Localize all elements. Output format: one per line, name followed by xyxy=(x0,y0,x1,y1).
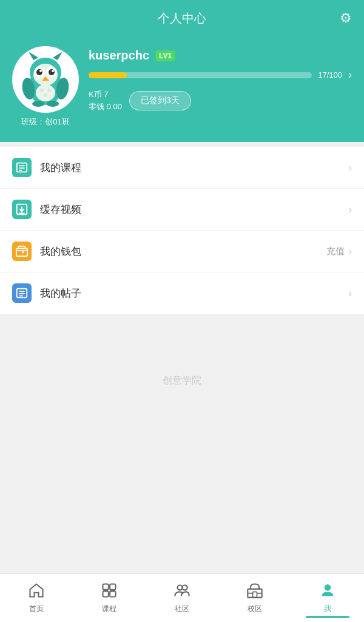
nav-item-community[interactable]: 社区 xyxy=(146,578,218,618)
watermark-area: 创意学院 xyxy=(0,314,364,447)
svg-point-15 xyxy=(44,93,47,97)
nav-courses-label: 课程 xyxy=(102,604,116,614)
currency-info: K币 7 零钱 0.00 xyxy=(89,89,122,112)
username-row: kuserpchc LV1 xyxy=(89,49,352,63)
xp-row: 17/100 › xyxy=(89,69,352,81)
class-label: 班级：创01班 xyxy=(21,117,69,127)
level-badge: LV1 xyxy=(155,50,175,61)
k-currency: K币 7 xyxy=(89,89,122,101)
nav-me-label: 我 xyxy=(324,604,331,614)
courses-nav-icon xyxy=(101,582,118,601)
svg-rect-36 xyxy=(110,591,115,597)
svg-rect-40 xyxy=(253,592,257,597)
svg-point-14 xyxy=(47,89,51,92)
svg-rect-33 xyxy=(103,584,109,590)
menu-item-posts[interactable]: 我的帖子 › xyxy=(0,272,364,314)
nav-item-courses[interactable]: 课程 xyxy=(73,578,146,618)
wallet-icon xyxy=(12,242,32,261)
xp-bar-container xyxy=(89,72,312,78)
courses-label: 我的课程 xyxy=(40,161,348,175)
page-title: 个人中心 xyxy=(158,10,206,27)
svg-point-19 xyxy=(47,101,59,107)
nav-home-label: 首页 xyxy=(29,604,44,614)
svg-point-12 xyxy=(36,84,55,101)
avatar[interactable] xyxy=(12,46,79,113)
posts-chevron-icon: › xyxy=(348,287,352,300)
svg-point-43 xyxy=(325,584,331,591)
currency-row: K币 7 零钱 0.00 已签到3天 xyxy=(89,89,352,112)
username: kuserpchc xyxy=(89,49,149,63)
svg-point-38 xyxy=(183,585,187,590)
home-icon xyxy=(28,582,45,601)
profile-info: kuserpchc LV1 17/100 › K币 7 零钱 0.00 已签到3… xyxy=(89,46,352,112)
svg-point-7 xyxy=(36,69,42,75)
menu-item-wallet[interactable]: 我的钱包 充值 › xyxy=(0,231,364,272)
download-label: 缓存视频 xyxy=(40,203,348,217)
nav-community-label: 社区 xyxy=(175,604,189,614)
content-area: 班级：创01班 kuserpchc LV1 17/100 › K币 7 零钱 0… xyxy=(0,36,364,573)
community-icon xyxy=(174,582,190,601)
svg-rect-34 xyxy=(110,584,115,590)
header: 个人中心 ⚙ xyxy=(0,0,364,36)
nav-item-home[interactable]: 首页 xyxy=(0,578,73,618)
svg-marker-3 xyxy=(53,52,62,60)
settings-icon[interactable]: ⚙ xyxy=(340,10,352,26)
xp-text: 17/100 xyxy=(318,70,342,79)
svg-point-18 xyxy=(32,101,44,107)
svg-point-8 xyxy=(49,69,55,75)
download-chevron-icon: › xyxy=(348,203,352,216)
posts-label: 我的帖子 xyxy=(40,286,348,300)
svg-marker-2 xyxy=(29,52,38,60)
campus-icon xyxy=(246,582,263,601)
nav-item-campus[interactable]: 校区 xyxy=(218,578,291,618)
download-icon xyxy=(12,200,32,219)
svg-point-13 xyxy=(40,89,44,92)
avatar-container: 班级：创01班 xyxy=(12,46,79,127)
svg-point-9 xyxy=(39,70,42,72)
profile-banner: 班级：创01班 kuserpchc LV1 17/100 › K币 7 零钱 0… xyxy=(0,36,364,142)
bottom-nav: 首页 课程 社区 xyxy=(0,573,364,622)
wallet-chevron-icon: › xyxy=(348,245,352,258)
xp-chevron-icon[interactable]: › xyxy=(348,69,352,81)
me-icon xyxy=(319,582,336,601)
checkin-button[interactable]: 已签到3天 xyxy=(129,91,191,110)
xp-bar-fill xyxy=(89,72,127,78)
menu-item-download[interactable]: 缓存视频 › xyxy=(0,189,364,231)
wallet-recharge[interactable]: 充值 xyxy=(326,246,345,257)
menu-list: 我的课程 › 缓存视频 › xyxy=(0,147,364,314)
svg-point-37 xyxy=(177,585,182,590)
posts-icon xyxy=(12,283,32,303)
svg-rect-35 xyxy=(103,591,109,597)
balance: 零钱 0.00 xyxy=(89,101,122,113)
nav-item-me[interactable]: 我 xyxy=(291,578,364,618)
nav-campus-label: 校区 xyxy=(248,604,262,614)
watermark-text: 创意学院 xyxy=(163,374,201,387)
svg-point-10 xyxy=(52,70,54,72)
menu-item-courses[interactable]: 我的课程 › xyxy=(0,147,364,189)
courses-chevron-icon: › xyxy=(348,161,352,174)
courses-icon xyxy=(12,158,32,177)
wallet-label: 我的钱包 xyxy=(40,245,326,259)
